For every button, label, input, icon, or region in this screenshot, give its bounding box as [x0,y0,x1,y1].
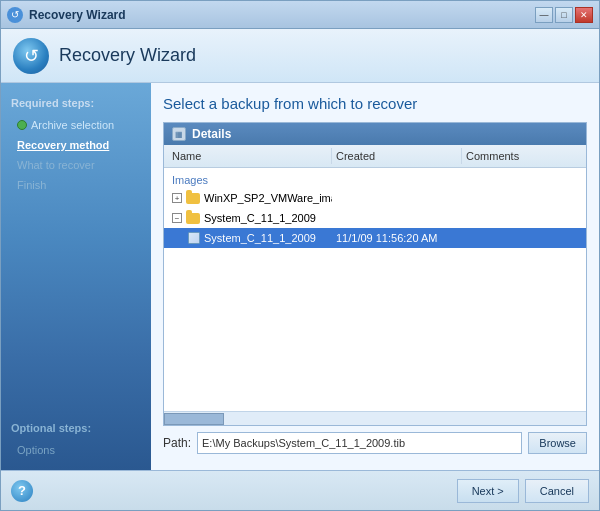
sidebar-item-options[interactable]: Options [1,440,151,460]
details-icon: ▦ [172,127,186,141]
col-created: Created [332,148,462,164]
header: ↺ Recovery Wizard [1,29,599,83]
comments-cell [462,196,582,200]
archive-selection-label: Archive selection [31,119,114,131]
item-name: WinXP_SP2_VMWare_image [204,192,332,204]
window: ↺ Recovery Wizard — □ ✕ ↺ Recovery Wizar… [0,0,600,511]
what-to-recover-label: What to recover [17,159,95,171]
sidebar-item-what-to-recover[interactable]: What to recover [1,155,151,175]
scroll-track [164,412,586,426]
comments-cell [462,236,582,240]
close-button[interactable]: ✕ [575,7,593,23]
item-name: System_C_11_1_2009 [204,232,316,244]
step-done-indicator [17,120,27,130]
created-cell [332,196,462,200]
table-row[interactable]: System_C_11_1_2009 11/1/09 11:56:20 AM [164,228,586,248]
app-icon: ↺ [7,7,23,23]
folder-icon [186,213,200,224]
finish-label: Finish [17,179,46,191]
path-input[interactable] [197,432,522,454]
content-area: Select a backup from which to recover ▦ … [151,83,599,470]
sidebar: Required steps: Archive selection Recove… [1,83,151,470]
name-cell: System_C_11_1_2009 [168,230,332,246]
details-header: ▦ Details [164,123,586,145]
main-area: Required steps: Archive selection Recove… [1,83,599,470]
expander-icon[interactable]: + [172,193,182,203]
cancel-button[interactable]: Cancel [525,479,589,503]
minimize-button[interactable]: — [535,7,553,23]
required-steps-label: Required steps: [1,93,151,115]
options-label: Options [17,444,55,456]
created-cell: 11/1/09 11:56:20 AM [332,230,462,246]
table-body: Images + WinXP_SP2_VMWare_image [164,168,586,411]
path-area: Path: Browse [163,426,587,458]
browse-button[interactable]: Browse [528,432,587,454]
title-bar: ↺ Recovery Wizard — □ ✕ [1,1,599,29]
item-name: System_C_11_1_2009 [204,212,316,224]
folder-icon [186,193,200,204]
wizard-icon: ↺ [13,38,49,74]
col-comments: Comments [462,148,582,164]
comments-cell [462,216,582,220]
scroll-thumb[interactable] [164,413,224,425]
details-panel: ▦ Details Name Created Comments Images [163,122,587,426]
help-button[interactable]: ? [11,480,33,502]
details-label: Details [192,127,231,141]
restore-button[interactable]: □ [555,7,573,23]
name-cell: − System_C_11_1_2009 [168,210,332,226]
table-body-inner: Images + WinXP_SP2_VMWare_image [164,168,586,250]
next-button[interactable]: Next > [457,479,519,503]
table-row[interactable]: + WinXP_SP2_VMWare_image [164,188,586,208]
section-images: Images [164,170,586,188]
file-icon [188,232,200,244]
optional-steps-label: Optional steps: [1,418,151,440]
name-cell: + WinXP_SP2_VMWare_image [168,190,332,206]
header-title: Recovery Wizard [59,45,196,66]
footer: ? Next > Cancel [1,470,599,510]
recovery-method-label: Recovery method [17,139,109,151]
sidebar-item-finish[interactable]: Finish [1,175,151,195]
window-controls: — □ ✕ [535,7,593,23]
col-name: Name [168,148,332,164]
created-cell [332,216,462,220]
path-label: Path: [163,436,191,450]
horizontal-scrollbar[interactable] [164,411,586,425]
sidebar-item-archive-selection[interactable]: Archive selection [1,115,151,135]
table-header: Name Created Comments [164,145,586,168]
title-bar-text: Recovery Wizard [29,8,535,22]
content-title: Select a backup from which to recover [163,95,587,112]
sidebar-item-recovery-method[interactable]: Recovery method [1,135,151,155]
table-row[interactable]: − System_C_11_1_2009 [164,208,586,228]
expander-icon[interactable]: − [172,213,182,223]
footer-left: ? [11,480,451,502]
